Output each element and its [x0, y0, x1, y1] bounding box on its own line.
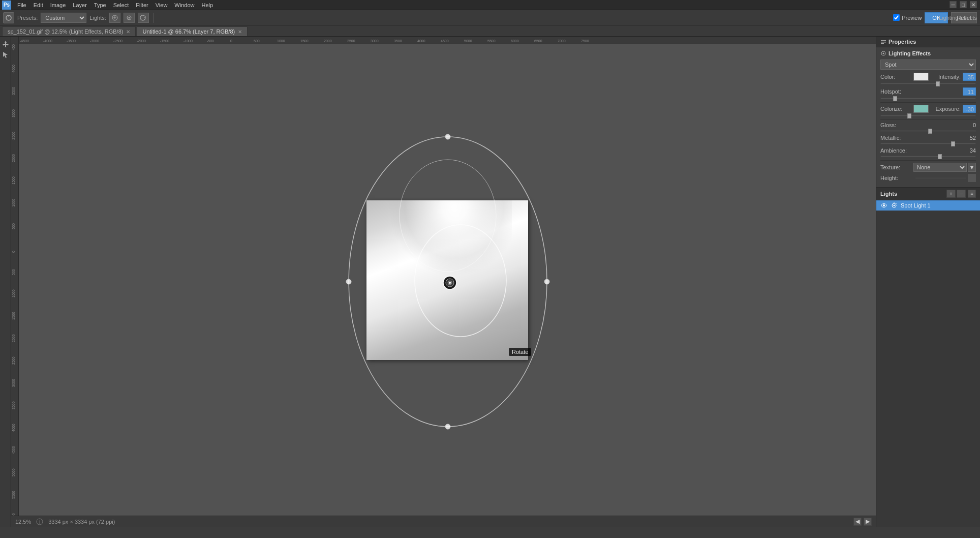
menu-image[interactable]: Image: [47, 1, 69, 9]
svg-text:1000: 1000: [12, 289, 15, 297]
menu-layer[interactable]: Layer: [70, 1, 90, 9]
app-icon: Ps: [2, 1, 11, 10]
menu-help[interactable]: Help: [198, 1, 216, 9]
presets-label: Presets:: [17, 15, 38, 21]
hotspot-value[interactable]: 11: [963, 87, 976, 96]
svg-text:-3500: -3500: [67, 39, 76, 43]
light-settings-btn[interactable]: [124, 13, 135, 23]
canvas-viewport[interactable]: Rotate: [19, 44, 876, 516]
lights-controls: + − ≡: [946, 190, 976, 198]
canvas-content: Rotate: [19, 44, 876, 516]
close-btn[interactable]: ✕: [970, 1, 977, 8]
properties-icon: [880, 39, 886, 45]
properties-header: Properties: [876, 37, 980, 47]
next-btn[interactable]: ▶: [864, 518, 872, 526]
move-tool[interactable]: [1, 39, 11, 49]
svg-text:1500: 1500: [12, 312, 15, 320]
svg-text:-1000: -1000: [183, 39, 193, 43]
exposure-slider[interactable]: [880, 115, 976, 116]
color-swatch[interactable]: [913, 73, 929, 81]
svg-rect-73: [881, 43, 884, 44]
menu-window[interactable]: Window: [171, 1, 197, 9]
metallic-slider[interactable]: [880, 143, 976, 144]
exposure-slider-thumb[interactable]: [907, 113, 911, 118]
svg-point-75: [883, 53, 884, 54]
svg-text:0: 0: [12, 251, 15, 253]
light-item-0[interactable]: Spot Light 1: [876, 200, 980, 211]
svg-text:i: i: [39, 520, 40, 525]
gloss-slider-thumb[interactable]: [928, 129, 932, 134]
reset-light-btn[interactable]: [138, 13, 149, 23]
preview-checkbox[interactable]: [893, 14, 900, 21]
presets-dropdown[interactable]: Custom: [41, 13, 86, 23]
menu-file[interactable]: File: [14, 1, 29, 9]
light-center-icon[interactable]: [442, 275, 457, 290]
metallic-value: 52: [963, 135, 976, 141]
gloss-slider[interactable]: [880, 130, 976, 132]
tool-icon: [3, 12, 14, 23]
light-type-dropdown[interactable]: Spot Point Infinite: [880, 59, 976, 70]
texture-dropdown[interactable]: None: [913, 163, 967, 172]
svg-text:-1500: -1500: [160, 39, 169, 43]
ambience-slider-thumb[interactable]: [938, 154, 942, 159]
prev-btn[interactable]: ◀: [853, 518, 862, 526]
exposure-value[interactable]: -30: [963, 105, 976, 113]
colorize-swatch[interactable]: [913, 105, 929, 113]
menu-type[interactable]: Type: [91, 1, 109, 9]
tab-label-0: sp_152_01.gif @ 12.5% (Light Effects, RG…: [8, 28, 123, 35]
add-light-btn[interactable]: [109, 13, 120, 23]
canvas-with-ruler: -4500 -4000 -3500 -3000 -2500 -2000 -150…: [11, 44, 876, 516]
menu-filter[interactable]: Filter: [133, 1, 151, 9]
height-slider[interactable]: [915, 177, 966, 179]
hotspot-label: Hotspot:: [880, 88, 913, 95]
svg-text:-2000: -2000: [137, 39, 146, 43]
maximize-btn[interactable]: □: [960, 1, 967, 8]
tab-1[interactable]: Untitled-1 @ 66.7% (Layer 7, RGB/8) ✕: [137, 26, 248, 36]
metallic-row: Metallic: 52: [880, 135, 976, 141]
svg-text:3500: 3500: [12, 401, 15, 409]
menu-view[interactable]: View: [152, 1, 171, 9]
svg-text:2500: 2500: [12, 356, 15, 365]
metallic-slider-thumb[interactable]: [951, 141, 955, 146]
right-panel: Properties Lighting Effects Spot Point I…: [876, 37, 980, 527]
hotspot-slider[interactable]: [880, 98, 976, 99]
svg-text:7500: 7500: [581, 39, 589, 43]
intensity-slider[interactable]: [880, 83, 976, 84]
svg-text:1500: 1500: [300, 39, 309, 43]
texture-options-btn[interactable]: ▼: [968, 163, 976, 172]
hotspot-slider-row: [880, 98, 976, 99]
svg-text:6500: 6500: [534, 39, 542, 43]
svg-text:-1500: -1500: [12, 176, 15, 186]
svg-text:-4000: -4000: [43, 39, 52, 43]
svg-text:4000: 4000: [417, 39, 425, 43]
ambience-slider[interactable]: [880, 156, 976, 157]
color-label: Color:: [880, 74, 913, 80]
svg-point-62: [445, 424, 450, 429]
minimize-btn[interactable]: ─: [950, 1, 957, 8]
svg-text:3000: 3000: [12, 379, 15, 387]
tab-close-0[interactable]: ✕: [126, 29, 130, 35]
svg-text:-2000: -2000: [12, 154, 15, 163]
menu-select[interactable]: Select: [110, 1, 132, 9]
svg-point-64: [544, 279, 549, 284]
height-checkbox[interactable]: [968, 174, 976, 182]
add-light-item-btn[interactable]: +: [946, 190, 956, 198]
tab-0[interactable]: sp_152_01.gif @ 12.5% (Light Effects, RG…: [2, 26, 136, 36]
properties-title: Properties: [889, 39, 916, 45]
intensity-slider-thumb[interactable]: [936, 81, 940, 86]
hotspot-slider-thumb[interactable]: [893, 96, 897, 101]
divider-1: [880, 102, 976, 103]
svg-text:5500: 5500: [12, 491, 15, 499]
gloss-row: Gloss: 0: [880, 122, 976, 128]
tab-close-1[interactable]: ✕: [238, 29, 242, 35]
menu-edit[interactable]: Edit: [30, 1, 46, 9]
preview-checkbox-label[interactable]: Preview: [893, 14, 922, 21]
gloss-slider-row: [880, 130, 976, 132]
eye-icon-0[interactable]: [880, 202, 887, 209]
select-tool[interactable]: [1, 50, 11, 60]
svg-point-63: [346, 279, 351, 284]
lights-menu-btn[interactable]: ≡: [968, 190, 976, 198]
remove-light-item-btn[interactable]: −: [957, 190, 966, 198]
ambience-row: Ambience: 34: [880, 147, 976, 154]
intensity-value[interactable]: 35: [963, 73, 976, 81]
